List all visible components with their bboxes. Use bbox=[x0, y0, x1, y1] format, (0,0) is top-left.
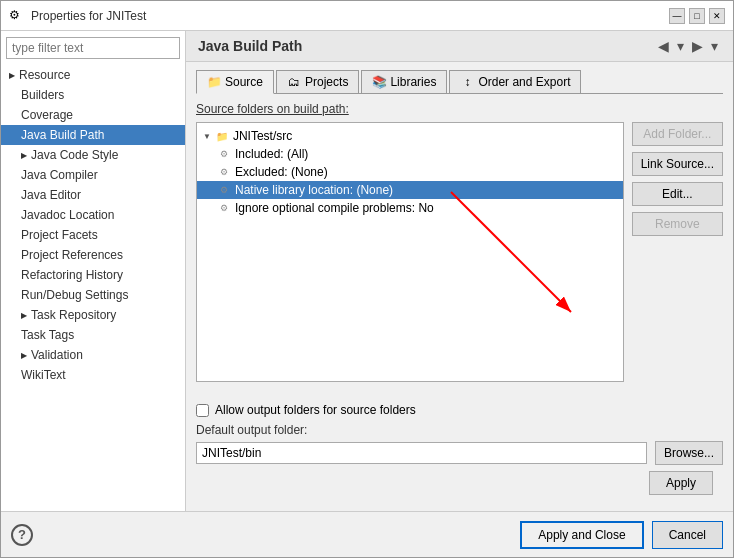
tree-item-excluded-label: Excluded: (None) bbox=[235, 165, 328, 179]
sidebar-item-java-code-style[interactable]: Java Code Style bbox=[1, 145, 185, 165]
title-bar-controls: — □ ✕ bbox=[669, 8, 725, 24]
properties-window: ⚙ Properties for JNITest — □ ✕ Resource … bbox=[0, 0, 734, 558]
sidebar-item-run-debug-settings[interactable]: Run/Debug Settings bbox=[1, 285, 185, 305]
sidebar-item-label: Project Facets bbox=[21, 228, 98, 242]
close-button[interactable]: ✕ bbox=[709, 8, 725, 24]
filter-input[interactable] bbox=[6, 37, 180, 59]
sidebar-item-label: Task Repository bbox=[31, 308, 116, 322]
sidebar-item-javadoc-location[interactable]: Javadoc Location bbox=[1, 205, 185, 225]
nav-dropdown-button[interactable]: ▾ bbox=[674, 37, 687, 55]
sidebar-item-coverage[interactable]: Coverage bbox=[1, 105, 185, 125]
folder-icon: 📁 bbox=[215, 129, 229, 143]
browse-button[interactable]: Browse... bbox=[655, 441, 723, 465]
cancel-button[interactable]: Cancel bbox=[652, 521, 723, 549]
sidebar-item-project-facets[interactable]: Project Facets bbox=[1, 225, 185, 245]
tab-libraries-label: Libraries bbox=[390, 75, 436, 89]
sidebar-item-label: Java Editor bbox=[21, 188, 81, 202]
title-bar: ⚙ Properties for JNITest — □ ✕ bbox=[1, 1, 733, 31]
tab-source-label: Source bbox=[225, 75, 263, 89]
link-source-button[interactable]: Link Source... bbox=[632, 152, 723, 176]
apply-row: Apply bbox=[196, 469, 723, 503]
panel-body: 📁 Source 🗂 Projects 📚 Libraries ↕ Order … bbox=[186, 62, 733, 511]
nav-back-button[interactable]: ◀ bbox=[655, 37, 672, 55]
checkbox-row: Allow output folders for source folders bbox=[196, 403, 723, 417]
sidebar-item-validation[interactable]: Validation bbox=[1, 345, 185, 365]
sidebar-item-label: Project References bbox=[21, 248, 123, 262]
sidebar-item-label: WikiText bbox=[21, 368, 66, 382]
sidebar-item-label: Task Tags bbox=[21, 328, 74, 342]
remove-button[interactable]: Remove bbox=[632, 212, 723, 236]
minimize-button[interactable]: — bbox=[669, 8, 685, 24]
sidebar-item-label: Java Code Style bbox=[31, 148, 118, 162]
sidebar-item-builders[interactable]: Builders bbox=[1, 85, 185, 105]
tree-item-included[interactable]: ⚙ Included: (All) bbox=[197, 145, 623, 163]
section-label: Source folders on build path: bbox=[196, 102, 723, 116]
excluded-icon: ⚙ bbox=[217, 165, 231, 179]
sidebar-list: Resource Builders Coverage Java Build Pa… bbox=[1, 65, 185, 511]
order-export-tab-icon: ↕ bbox=[460, 75, 474, 89]
sidebar-item-label: Java Build Path bbox=[21, 128, 104, 142]
build-path-content: ▼ 📁 JNITest/src ⚙ Included: (All) ⚙ E bbox=[196, 122, 723, 397]
tab-projects[interactable]: 🗂 Projects bbox=[276, 70, 359, 93]
tree-view[interactable]: ▼ 📁 JNITest/src ⚙ Included: (All) ⚙ E bbox=[196, 122, 624, 382]
sidebar-item-refactoring-history[interactable]: Refactoring History bbox=[1, 265, 185, 285]
tab-libraries[interactable]: 📚 Libraries bbox=[361, 70, 447, 93]
output-folder-label: Default output folder: bbox=[196, 423, 723, 437]
sidebar-item-resource[interactable]: Resource bbox=[1, 65, 185, 85]
tree-item-src[interactable]: ▼ 📁 JNITest/src bbox=[197, 127, 623, 145]
tab-order-export[interactable]: ↕ Order and Export bbox=[449, 70, 581, 93]
tree-item-ignore-optional[interactable]: ⚙ Ignore optional compile problems: No bbox=[197, 199, 623, 217]
window-icon: ⚙ bbox=[9, 8, 25, 24]
tabs: 📁 Source 🗂 Projects 📚 Libraries ↕ Order … bbox=[196, 70, 723, 94]
allow-output-folders-label: Allow output folders for source folders bbox=[215, 403, 416, 417]
tab-order-export-label: Order and Export bbox=[478, 75, 570, 89]
sidebar-item-task-tags[interactable]: Task Tags bbox=[1, 325, 185, 345]
sidebar-item-java-editor[interactable]: Java Editor bbox=[1, 185, 185, 205]
allow-output-folders-checkbox[interactable] bbox=[196, 404, 209, 417]
tree-item-native-library-label: Native library location: (None) bbox=[235, 183, 393, 197]
sidebar-item-label: Validation bbox=[31, 348, 83, 362]
projects-tab-icon: 🗂 bbox=[287, 75, 301, 89]
apply-button[interactable]: Apply bbox=[649, 471, 713, 495]
tree-item-ignore-optional-label: Ignore optional compile problems: No bbox=[235, 201, 434, 215]
maximize-button[interactable]: □ bbox=[689, 8, 705, 24]
apply-and-close-button[interactable]: Apply and Close bbox=[520, 521, 643, 549]
sidebar-item-project-references[interactable]: Project References bbox=[1, 245, 185, 265]
ignore-optional-icon: ⚙ bbox=[217, 201, 231, 215]
footer: ? Apply and Close Cancel bbox=[1, 511, 733, 557]
right-panel: Java Build Path ◀ ▾ ▶ ▾ 📁 Source 🗂 bbox=[186, 31, 733, 511]
add-folder-button[interactable]: Add Folder... bbox=[632, 122, 723, 146]
bottom-section: Allow output folders for source folders … bbox=[196, 397, 723, 469]
tree-item-native-library[interactable]: ⚙ Native library location: (None) bbox=[197, 181, 623, 199]
sidebar-item-label: Java Compiler bbox=[21, 168, 98, 182]
tab-source[interactable]: 📁 Source bbox=[196, 70, 274, 94]
sidebar-item-label: Builders bbox=[21, 88, 64, 102]
sidebar-item-label: Javadoc Location bbox=[21, 208, 114, 222]
output-row: Browse... bbox=[196, 441, 723, 465]
sidebar: Resource Builders Coverage Java Build Pa… bbox=[1, 31, 186, 511]
source-tab-icon: 📁 bbox=[207, 75, 221, 89]
help-button[interactable]: ? bbox=[11, 524, 33, 546]
panel-title: Java Build Path bbox=[198, 38, 302, 54]
main-content: Resource Builders Coverage Java Build Pa… bbox=[1, 31, 733, 511]
nav-forward-button[interactable]: ▶ bbox=[689, 37, 706, 55]
tree-item-excluded[interactable]: ⚙ Excluded: (None) bbox=[197, 163, 623, 181]
tree-arrow-src: ▼ bbox=[203, 132, 211, 141]
output-folder-input[interactable] bbox=[196, 442, 647, 464]
sidebar-item-label: Coverage bbox=[21, 108, 73, 122]
panel-header: Java Build Path ◀ ▾ ▶ ▾ bbox=[186, 31, 733, 62]
title-bar-left: ⚙ Properties for JNITest bbox=[9, 8, 146, 24]
sidebar-item-label: Run/Debug Settings bbox=[21, 288, 128, 302]
sidebar-item-java-build-path[interactable]: Java Build Path bbox=[1, 125, 185, 145]
sidebar-item-java-compiler[interactable]: Java Compiler bbox=[1, 165, 185, 185]
window-title: Properties for JNITest bbox=[31, 9, 146, 23]
sidebar-item-label: Resource bbox=[19, 68, 70, 82]
tab-projects-label: Projects bbox=[305, 75, 348, 89]
sidebar-item-task-repository[interactable]: Task Repository bbox=[1, 305, 185, 325]
sidebar-item-label: Refactoring History bbox=[21, 268, 123, 282]
included-icon: ⚙ bbox=[217, 147, 231, 161]
libraries-tab-icon: 📚 bbox=[372, 75, 386, 89]
edit-button[interactable]: Edit... bbox=[632, 182, 723, 206]
sidebar-item-wikitext[interactable]: WikiText bbox=[1, 365, 185, 385]
nav-forward-dropdown-button[interactable]: ▾ bbox=[708, 37, 721, 55]
